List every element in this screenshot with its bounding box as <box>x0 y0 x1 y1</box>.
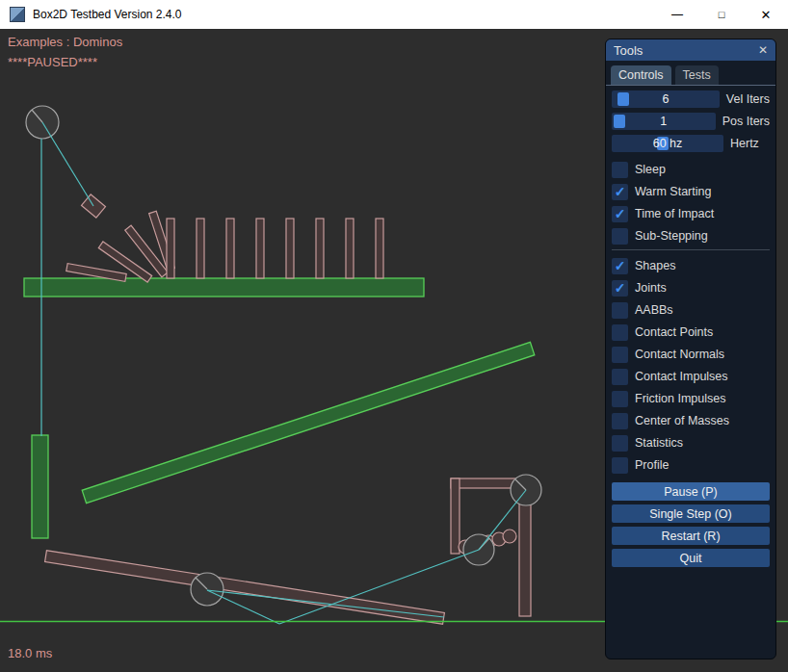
time-of-impact-checkbox[interactable]: ✓ <box>612 206 628 222</box>
app-icon <box>10 7 25 22</box>
warm-starting-label: Warm Starting <box>635 185 711 198</box>
tools-panel-body: 6 Vel Iters 1 Pos Iters 60 hz Hertz Slee… <box>606 86 775 567</box>
domino[interactable] <box>376 219 383 278</box>
check-row-statistics: Statistics <box>612 434 770 452</box>
tools-panel: Tools ✕ Controls Tests 6 Vel Iters 1 Pos… <box>605 39 776 659</box>
domino[interactable] <box>167 219 174 278</box>
domino[interactable] <box>346 219 354 278</box>
check-row-shapes: ✓ Shapes <box>612 257 770 274</box>
window-title: Box2D Testbed Version 2.4.0 <box>33 8 182 21</box>
domino[interactable] <box>226 219 234 278</box>
check-row-sub-stepping: Sub-Stepping <box>612 227 770 245</box>
contact-normals-checkbox[interactable] <box>612 347 628 363</box>
tools-panel-title: Tools <box>614 43 643 58</box>
sub-stepping-checkbox[interactable] <box>612 228 628 245</box>
shapes-checkbox[interactable]: ✓ <box>612 258 628 274</box>
vel-iters-slider[interactable]: 6 <box>612 90 720 108</box>
single-step-button[interactable]: Single Step (O) <box>612 504 770 523</box>
maximize-icon[interactable]: □ <box>699 0 744 29</box>
check-row-contact-impulses: Contact Impulses <box>612 368 770 385</box>
contact-impulses-label: Contact Impulses <box>635 370 728 383</box>
profile-checkbox[interactable] <box>612 457 628 474</box>
joints-checkbox[interactable]: ✓ <box>612 280 628 297</box>
tools-tabbar: Controls Tests <box>606 61 775 86</box>
warm-starting-checkbox[interactable]: ✓ <box>612 184 628 200</box>
check-row-contact-normals: Contact Normals <box>612 346 770 363</box>
close-icon[interactable]: ✕ <box>744 0 788 29</box>
separator <box>612 249 770 250</box>
slider-row-hertz: 60 hz Hertz <box>612 135 770 152</box>
check-row-time-of-impact: ✓ Time of Impact <box>612 205 770 222</box>
panel-close-icon[interactable]: ✕ <box>758 43 768 57</box>
friction-impulses-label: Friction Impulses <box>635 392 725 405</box>
contact-points-label: Contact Points <box>635 325 713 339</box>
aabbs-label: AABBs <box>635 303 673 317</box>
window-titlebar[interactable]: Box2D Testbed Version 2.4.0 — □ ✕ <box>0 0 788 29</box>
example-label: Examples : Dominos <box>8 35 122 49</box>
sleep-checkbox[interactable] <box>612 162 628 178</box>
contact-points-checkbox[interactable] <box>612 324 628 341</box>
check-row-center-of-masses: Center of Masses <box>612 412 770 429</box>
vel-iters-value: 6 <box>612 90 720 108</box>
statistics-label: Statistics <box>635 436 683 450</box>
center-of-masses-checkbox[interactable] <box>612 413 628 429</box>
domino-platform <box>24 278 424 297</box>
friction-impulses-checkbox[interactable] <box>612 391 628 407</box>
joint-line <box>42 122 93 206</box>
domino[interactable] <box>256 219 264 278</box>
tab-controls[interactable]: Controls <box>611 65 671 85</box>
check-row-friction-impulses: Friction Impulses <box>612 390 770 407</box>
check-row-contact-points: Contact Points <box>612 323 770 341</box>
dominos[interactable] <box>66 211 383 282</box>
tools-panel-titlebar[interactable]: Tools ✕ <box>606 39 775 61</box>
pos-iters-slider[interactable]: 1 <box>612 113 716 130</box>
paused-label: ****PAUSED**** <box>8 55 97 69</box>
sleep-label: Sleep <box>635 163 666 176</box>
check-row-warm-starting: ✓ Warm Starting <box>612 183 770 200</box>
pos-iters-label: Pos Iters <box>722 115 770 128</box>
restart-button[interactable]: Restart (R) <box>612 527 770 545</box>
domino[interactable] <box>197 219 204 278</box>
check-row-sleep: Sleep <box>612 161 770 178</box>
aabbs-checkbox[interactable] <box>612 302 628 319</box>
profile-label: Profile <box>635 458 669 472</box>
contact-normals-label: Contact Normals <box>635 348 724 361</box>
hertz-value: 60 hz <box>612 135 723 152</box>
cradle-left-post[interactable] <box>451 478 460 554</box>
tab-tests[interactable]: Tests <box>675 65 719 85</box>
check-row-profile: Profile <box>612 456 770 474</box>
quit-button[interactable]: Quit <box>612 549 770 567</box>
contact-impulses-checkbox[interactable] <box>612 369 628 385</box>
minimize-icon[interactable]: — <box>655 0 699 29</box>
center-of-masses-label: Center of Masses <box>635 414 729 427</box>
hertz-slider[interactable]: 60 hz <box>612 135 723 152</box>
statistics-checkbox[interactable] <box>612 435 628 452</box>
slider-row-pos-iters: 1 Pos Iters <box>612 113 770 130</box>
time-of-impact-label: Time of Impact <box>635 207 714 220</box>
shapes-label: Shapes <box>635 259 675 272</box>
window-controls: — □ ✕ <box>655 0 788 29</box>
domino[interactable] <box>316 219 324 278</box>
circle-bodies[interactable] <box>26 106 541 606</box>
ramp-plank[interactable] <box>45 551 445 625</box>
pause-button[interactable]: Pause (P) <box>612 482 770 501</box>
joints-label: Joints <box>635 281 667 295</box>
vel-iters-label: Vel Iters <box>726 92 770 106</box>
ball[interactable] <box>503 530 516 543</box>
check-row-joints: ✓ Joints <box>612 279 770 297</box>
slider-row-vel-iters: 6 Vel Iters <box>612 90 770 108</box>
hertz-label: Hertz <box>730 137 759 150</box>
sub-stepping-label: Sub-Stepping <box>635 229 708 243</box>
frame-time-label: 18.0 ms <box>8 646 52 660</box>
hanging-plank <box>32 435 48 538</box>
domino[interactable] <box>286 219 294 278</box>
pos-iters-value: 1 <box>612 113 716 130</box>
check-row-aabbs: AABBs <box>612 301 770 319</box>
